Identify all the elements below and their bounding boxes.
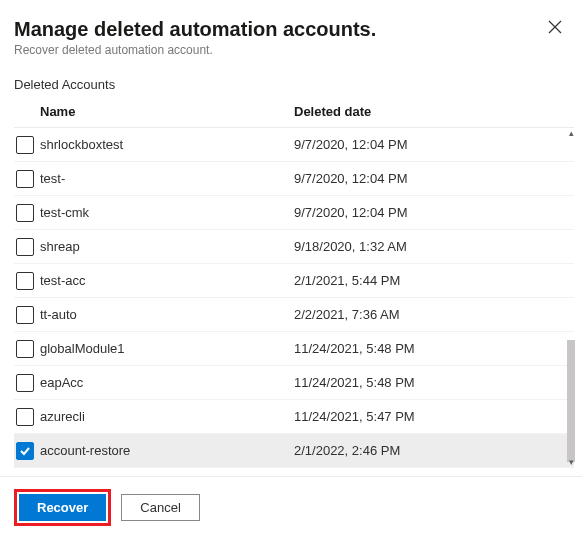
cell-date: 2/1/2022, 2:46 PM xyxy=(294,443,560,458)
table-row[interactable]: globalModule111/24/2021, 5:48 PM xyxy=(14,332,574,366)
row-checkbox[interactable] xyxy=(16,136,34,154)
row-checkbox[interactable] xyxy=(16,340,34,358)
cell-name: shreap xyxy=(40,239,294,254)
dialog-title: Manage deleted automation accounts. xyxy=(14,18,562,41)
dialog-subtitle: Recover deleted automation account. xyxy=(14,43,562,57)
scrollbar[interactable]: ▴ ▾ xyxy=(566,130,576,466)
scroll-down-arrow[interactable]: ▾ xyxy=(564,458,578,467)
cell-name: account-restore xyxy=(40,443,294,458)
cell-name: globalModule1 xyxy=(40,341,294,356)
checkbox-cell xyxy=(14,136,40,154)
cell-date: 11/24/2021, 5:48 PM xyxy=(294,375,560,390)
column-header-name[interactable]: Name xyxy=(14,104,294,119)
column-header-row: Name Deleted date xyxy=(14,98,574,127)
checkbox-cell xyxy=(14,306,40,324)
cell-date: 9/7/2020, 12:04 PM xyxy=(294,205,560,220)
checkbox-cell xyxy=(14,204,40,222)
table-row[interactable]: account-restore2/1/2022, 2:46 PM xyxy=(14,434,574,468)
cell-date: 11/24/2021, 5:48 PM xyxy=(294,341,560,356)
column-header-date[interactable]: Deleted date xyxy=(294,104,574,119)
cell-date: 2/1/2021, 5:44 PM xyxy=(294,273,560,288)
cell-date: 2/2/2021, 7:36 AM xyxy=(294,307,560,322)
table-row[interactable]: tt-auto2/2/2021, 7:36 AM xyxy=(14,298,574,332)
table-row[interactable]: eapAcc11/24/2021, 5:48 PM xyxy=(14,366,574,400)
checkbox-cell xyxy=(14,374,40,392)
checkbox-cell xyxy=(14,442,40,460)
cell-date: 9/7/2020, 12:04 PM xyxy=(294,171,560,186)
cell-name: eapAcc xyxy=(40,375,294,390)
table-row[interactable]: test-9/7/2020, 12:04 PM xyxy=(14,162,574,196)
row-checkbox[interactable] xyxy=(16,238,34,256)
row-checkbox[interactable] xyxy=(16,374,34,392)
cell-date: 9/18/2020, 1:32 AM xyxy=(294,239,560,254)
cell-name: shrlockboxtest xyxy=(40,137,294,152)
row-checkbox[interactable] xyxy=(16,306,34,324)
cell-date: 9/7/2020, 12:04 PM xyxy=(294,137,560,152)
cell-date: 11/24/2021, 5:47 PM xyxy=(294,409,560,424)
table-row[interactable]: shreap9/18/2020, 1:32 AM xyxy=(14,230,574,264)
checkbox-cell xyxy=(14,408,40,426)
checkbox-cell xyxy=(14,340,40,358)
dialog-header: Manage deleted automation accounts. Reco… xyxy=(0,0,582,61)
cell-name: tt-auto xyxy=(40,307,294,322)
scrollbar-thumb[interactable] xyxy=(567,340,575,462)
recover-button[interactable]: Recover xyxy=(19,494,106,521)
table-row[interactable]: shrlockboxtest9/7/2020, 12:04 PM xyxy=(14,128,574,162)
cancel-button[interactable]: Cancel xyxy=(121,494,199,521)
accounts-table: Name Deleted date ▴ ▾ shrlockboxtest9/7/… xyxy=(0,98,582,468)
cell-name: test-acc xyxy=(40,273,294,288)
row-checkbox[interactable] xyxy=(16,442,34,460)
recover-highlight: Recover xyxy=(14,489,111,526)
table-row[interactable]: test-cmk9/7/2020, 12:04 PM xyxy=(14,196,574,230)
table-row[interactable]: test-acc2/1/2021, 5:44 PM xyxy=(14,264,574,298)
row-checkbox[interactable] xyxy=(16,170,34,188)
checkmark-icon xyxy=(19,445,31,457)
checkbox-cell xyxy=(14,272,40,290)
checkbox-cell xyxy=(14,170,40,188)
cell-name: test- xyxy=(40,171,294,186)
close-button[interactable] xyxy=(546,18,564,36)
table-row[interactable]: azurecli11/24/2021, 5:47 PM xyxy=(14,400,574,434)
cell-name: test-cmk xyxy=(40,205,294,220)
row-checkbox[interactable] xyxy=(16,272,34,290)
close-icon xyxy=(548,20,562,34)
checkbox-cell xyxy=(14,238,40,256)
row-checkbox[interactable] xyxy=(16,408,34,426)
section-label: Deleted Accounts xyxy=(0,61,582,98)
dialog-footer: Recover Cancel xyxy=(0,476,582,540)
scroll-up-arrow[interactable]: ▴ xyxy=(564,129,578,138)
cell-name: azurecli xyxy=(40,409,294,424)
rows-container: ▴ ▾ shrlockboxtest9/7/2020, 12:04 PMtest… xyxy=(14,127,574,468)
row-checkbox[interactable] xyxy=(16,204,34,222)
